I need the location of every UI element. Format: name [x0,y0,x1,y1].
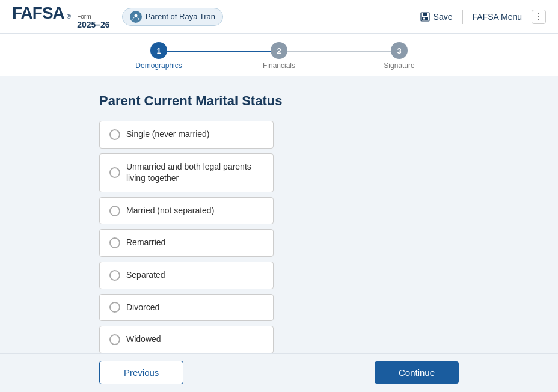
svg-rect-4 [423,17,425,19]
step-2: 2 Financials [219,42,339,70]
radio-circle-separated [109,270,120,281]
radio-option-unmarried[interactable]: Unmarried and both legal parents living … [99,153,274,192]
radio-label-married: Married (not separated) [126,205,214,217]
step-3: 3 Signature [339,42,459,70]
step-3-label: Signature [384,61,414,70]
menu-dots-button[interactable]: ⋮ [532,10,546,24]
step-3-circle: 3 [391,42,408,59]
radio-option-single[interactable]: Single (never married) [99,121,274,149]
radio-group: Single (never married)Unmarried and both… [99,121,459,353]
fafsa-menu-button[interactable]: FAFSA Menu [473,12,522,22]
fafsa-wordmark: FAFSA [12,4,64,23]
step-2-label: Financials [263,61,295,70]
continue-button[interactable]: Continue [375,361,459,384]
fafsa-registered: ® [67,13,71,20]
radio-circle-single [109,129,120,140]
radio-label-separated: Separated [126,269,165,281]
radio-option-married[interactable]: Married (not separated) [99,197,274,225]
form-year-block: Form 2025–26 [77,13,110,29]
radio-circle-married [109,206,120,216]
radio-option-divorced[interactable]: Divorced [99,294,274,322]
user-icon [130,11,142,23]
steps-container: 1 Demographics 2 Financials 3 Signature [99,42,459,70]
fafsa-menu-label: FAFSA Menu [473,12,522,22]
radio-label-single: Single (never married) [126,129,210,141]
form-label: Form [77,13,110,20]
progress-area: 1 Demographics 2 Financials 3 Signature [0,34,558,76]
form-year-value: 2025–26 [77,20,110,29]
radio-label-remarried: Remarried [126,237,165,249]
radio-label-divorced: Divorced [126,302,159,314]
radio-circle-widowed [109,334,120,345]
header-actions: Save FAFSA Menu ⋮ [420,10,546,24]
radio-label-unmarried: Unmarried and both legal parents living … [126,161,263,185]
radio-circle-remarried [109,237,120,248]
step-1-circle: 1 [150,42,167,59]
radio-circle-unmarried [109,167,120,178]
radio-option-separated[interactable]: Separated [99,262,274,289]
page-title: Parent Current Marital Status [99,93,459,109]
main-content: Parent Current Marital Status Single (ne… [0,76,558,353]
step-1: 1 Demographics [99,42,219,70]
fafsa-logo: FAFSA ® Form 2025–26 [12,4,110,29]
step-1-label: Demographics [135,61,182,70]
save-label: Save [434,12,453,22]
save-button[interactable]: Save [420,12,453,22]
svg-rect-2 [423,13,427,16]
radio-label-widowed: Widowed [126,334,161,346]
header-divider [462,10,463,24]
step-2-circle: 2 [271,42,287,59]
previous-button[interactable]: Previous [99,361,183,384]
footer: Previous Continue [0,353,558,391]
radio-circle-divorced [109,302,120,313]
radio-option-remarried[interactable]: Remarried [99,229,274,257]
radio-option-widowed[interactable]: Widowed [99,326,274,353]
header: FAFSA ® Form 2025–26 Parent of Raya Tran… [0,0,558,34]
user-badge: Parent of Raya Tran [122,8,223,26]
user-name: Parent of Raya Tran [146,12,215,21]
save-icon [420,12,430,22]
